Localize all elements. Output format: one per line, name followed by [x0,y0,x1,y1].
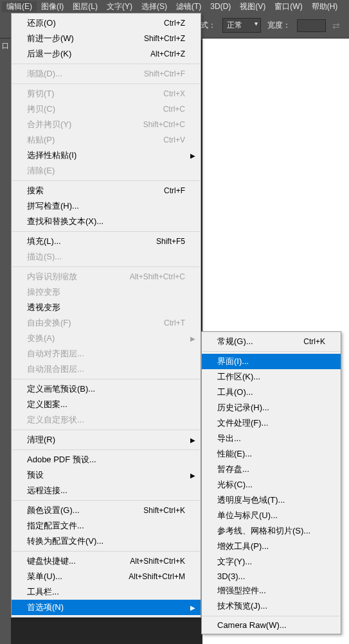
menu-3d[interactable]: 3D(D) [206,2,235,11]
menu-item-label: 参考线、网格和切片(S)... [217,525,310,537]
menu-separator [12,430,200,430]
menu-view[interactable]: 视图(V) [235,1,270,12]
menu-item-label: 3D(3)... [217,571,245,581]
menu-item-label: 合并拷贝(Y) [27,119,71,130]
prefs-submenu-item-12[interactable]: 单位与标尺(U)... [202,508,341,523]
menu-image[interactable]: 图像(I) [37,1,68,12]
edit-menu-item-11: 清除(E) [12,163,201,178]
menu-item-shortcut: Alt+Shift+Ctrl+M [129,572,185,581]
edit-menu-item-38[interactable]: 颜色设置(G)...Shift+Ctrl+K [12,503,201,518]
swap-icon[interactable]: ⇄ [332,21,340,31]
menu-layer[interactable]: 图层(L) [68,1,102,12]
menu-item-label: 自由变换(F) [27,317,71,329]
menu-item-label: 性能(E)... [217,448,252,460]
width-input[interactable] [297,19,326,32]
menu-separator [12,64,200,64]
prefs-submenu-item-13[interactable]: 参考线、网格和切片(S)... [202,523,341,539]
edit-menu-item-21: 操控变形 [12,284,201,300]
edit-menu-item-14[interactable]: 拼写检查(H)... [12,198,201,214]
menu-item-label: 粘贴(P) [27,134,55,146]
menu-item-label: 透视变形 [27,302,60,313]
edit-menu-item-43[interactable]: 菜单(U)...Alt+Shift+Ctrl+M [12,569,201,584]
menu-item-label: 后退一步(K) [27,48,71,60]
prefs-submenu-item-4[interactable]: 工具(O)... [202,385,341,400]
prefs-submenu-item-0[interactable]: 常规(G)...Ctrl+K [202,334,341,349]
prefs-submenu-item-9[interactable]: 暂存盘... [202,462,341,477]
edit-menu-item-29[interactable]: 定义图案... [12,397,201,412]
edit-menu-item-44[interactable]: 工具栏... [12,584,201,600]
edit-menu-item-26: 自动混合图层... [12,361,201,377]
menu-item-label: 文件处理(F)... [217,417,268,429]
mode-select[interactable]: 正常 [222,18,261,33]
edit-menu-item-17[interactable]: 填充(L)...Shift+F5 [12,234,201,249]
prefs-submenu-item-8[interactable]: 性能(E)... [202,446,341,462]
edit-menu-item-0[interactable]: 还原(O)Ctrl+Z [12,15,201,31]
prefs-submenu-item-6[interactable]: 文件处理(F)... [202,415,341,431]
prefs-submenu-item-5[interactable]: 历史记录(H)... [202,400,341,415]
prefs-submenu-item-15[interactable]: 文字(Y)... [202,554,341,570]
menu-select[interactable]: 选择(S) [137,1,172,12]
mode-label: 式： [201,20,216,31]
menu-item-label: 变换(A) [27,333,55,344]
menu-item-label: 界面(I)... [217,356,249,367]
menu-item-shortcut: Alt+Shift+Ctrl+K [130,557,185,566]
menu-type[interactable]: 文字(Y) [102,1,137,12]
edit-menu-item-30: 定义自定形状... [12,412,201,428]
menu-item-label: 光标(C)... [217,479,253,491]
width-label: 宽度： [267,20,291,31]
prefs-submenu-item-7[interactable]: 导出... [202,431,341,446]
menu-item-shortcut: Shift+F5 [156,237,185,246]
menu-item-label: 单位与标尺(U)... [217,510,278,521]
prefs-submenu-item-11[interactable]: 透明度与色域(T)... [202,492,341,508]
edit-menu-item-2[interactable]: 后退一步(K)Alt+Ctrl+Z [12,46,201,62]
menu-edit[interactable]: 编辑(E) [2,1,37,12]
menu-item-label: 键盘快捷键... [27,555,76,567]
menu-item-label: 工具(O)... [217,387,253,398]
edit-menu-item-32[interactable]: 清理(R)▶ [12,432,201,448]
menu-item-shortcut: Ctrl+F [164,186,185,195]
menu-separator [12,83,200,84]
menu-separator [12,449,200,450]
menu-item-label: 技术预览(J)... [217,600,267,612]
menu-item-label: 文字(Y)... [217,556,252,568]
menu-item-label: 导出... [217,433,241,444]
prefs-submenu-item-18[interactable]: 技术预览(J)... [202,598,341,614]
edit-menu-item-13[interactable]: 搜索Ctrl+F [12,183,201,198]
menu-separator [12,551,200,552]
edit-menu-item-39[interactable]: 指定配置文件... [12,518,201,534]
prefs-submenu-item-10[interactable]: 光标(C)... [202,477,341,492]
prefs-submenu-item-17[interactable]: 增强型控件... [202,583,341,598]
edit-menu-item-22[interactable]: 透视变形 [12,300,201,315]
edit-menu-item-45[interactable]: 首选项(N)▶ [12,600,201,615]
edit-menu-item-42[interactable]: 键盘快捷键...Alt+Shift+Ctrl+K [12,553,201,569]
menu-item-label: 增效工具(P)... [217,541,269,552]
prefs-submenu-item-3[interactable]: 工作区(K)... [202,369,341,385]
edit-menu-item-10[interactable]: 选择性粘贴(I)▶ [12,148,201,163]
menu-item-label: 操控变形 [27,286,60,298]
menu-help[interactable]: 帮助(H) [307,1,343,12]
edit-menu-item-36[interactable]: 远程连接... [12,483,201,498]
menu-item-label: 首选项(N) [27,602,64,613]
menu-filter[interactable]: 滤镜(T) [172,1,206,12]
prefs-submenu-item-16[interactable]: 3D(3)... [202,570,341,583]
edit-menu-item-1[interactable]: 前进一步(W)Shift+Ctrl+Z [12,31,201,46]
edit-menu-item-40[interactable]: 转换为配置文件(V)... [12,534,201,549]
edit-menu-item-7: 拷贝(C)Ctrl+C [12,101,201,117]
edit-menu-item-4: 渐隐(D)...Shift+Ctrl+F [12,66,201,82]
submenu-arrow-icon: ▶ [190,152,195,159]
prefs-submenu-item-2[interactable]: 界面(I)... [202,354,341,369]
edit-menu-item-28[interactable]: 定义画笔预设(B)... [12,381,201,397]
menu-item-label: 清除(E) [27,165,55,177]
menu-item-label: 拼写检查(H)... [27,200,79,212]
prefs-submenu-item-20[interactable]: Camera Raw(W)... [202,618,341,632]
edit-menu-item-15[interactable]: 查找和替换文本(X)... [12,214,201,229]
prefs-submenu-item-14[interactable]: 增效工具(P)... [202,539,341,554]
edit-dropdown-menu: 还原(O)Ctrl+Z前进一步(W)Shift+Ctrl+Z后退一步(K)Alt… [11,13,201,618]
menu-item-shortcut: Ctrl+K [303,337,325,346]
menu-item-label: 剪切(T) [27,88,55,100]
menu-item-shortcut: Ctrl+X [163,89,185,98]
edit-menu-item-9: 粘贴(P)Ctrl+V [12,132,201,148]
edit-menu-item-35[interactable]: 预设▶ [12,467,201,483]
menu-window[interactable]: 窗口(W) [270,1,307,12]
edit-menu-item-34[interactable]: Adobe PDF 预设... [12,452,201,467]
